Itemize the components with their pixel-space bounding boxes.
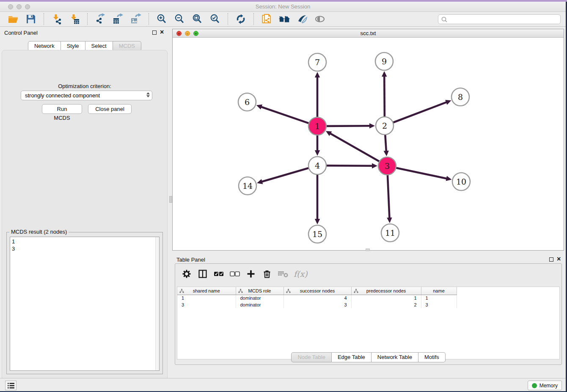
table-panel-title: Table Panel [176,257,205,263]
deselect-all-columns-icon[interactable] [228,268,241,280]
show-hide-icon[interactable] [314,13,326,25]
network-canvas[interactable]: 1234678910111415 [173,38,564,250]
graph-node-6[interactable]: 6 [238,93,256,111]
table-tab-motifs[interactable]: Motifs [418,352,446,362]
mcds-result-textarea[interactable]: 1 3 [10,237,160,371]
toolbar-separator [149,13,149,25]
column-header-name[interactable]: name [421,287,457,295]
export-image-icon[interactable] [130,13,142,25]
table-cell[interactable]: 4 [284,295,351,301]
zoom-in-icon[interactable] [156,13,168,25]
table-cell[interactable]: dominator [236,295,284,301]
graph-node-9[interactable]: 9 [375,52,393,70]
table-header-row: shared nameMCDS rolesuccessor nodesprede… [177,287,457,295]
node-label: 3 [385,161,390,171]
table-cell[interactable]: 2 [351,301,421,308]
mcds-result-scrollbar[interactable] [155,237,159,370]
column-header-predecessor-nodes[interactable]: predecessor nodes [351,287,421,295]
delete-column-icon[interactable] [261,268,273,280]
save-session-icon[interactable] [25,13,37,25]
criterion-select[interactable]: strongly connected component [21,91,152,100]
toolbar-separator [253,13,254,25]
graph-edge-4-3[interactable] [325,163,377,168]
table-tabs: Node TableEdge TableNetwork TableMotifs [175,352,561,362]
import-network-icon[interactable] [51,13,63,25]
style-preview-icon[interactable] [296,13,308,25]
create-column-icon[interactable] [245,268,257,280]
close-panel-button[interactable]: Close panel [88,104,132,114]
graph-edge-3-11[interactable] [387,174,392,223]
refresh-icon[interactable] [235,13,247,25]
graph-edge-1-4[interactable] [315,134,320,156]
table-tab-network-table[interactable]: Network Table [372,352,418,362]
graph-node-1[interactable]: 1 [308,117,326,135]
graph-edge-4-15[interactable] [315,174,320,224]
graph-node-15[interactable]: 15 [308,225,326,243]
float-panel-icon[interactable] [152,30,157,35]
graph-edge-1-7[interactable] [315,72,320,118]
memory-button[interactable]: Memory [528,381,562,390]
status-bar: Memory [0,378,566,391]
table-cell[interactable]: 1 [351,295,421,301]
run-mcds-button[interactable]: Run MCDS [42,104,82,114]
table-cell[interactable]: 3 [177,301,236,308]
graph-node-11[interactable]: 11 [381,224,399,242]
window-title: Session: New Session [0,3,566,10]
table-row[interactable]: 1dominator411 [177,295,457,301]
graph-edge-1-2[interactable] [325,123,375,128]
task-history-button[interactable] [5,381,17,390]
open-session-icon[interactable] [7,13,19,25]
node-table[interactable]: shared nameMCDS rolesuccessor nodesprede… [177,287,560,359]
graph-edge-4-14[interactable] [257,168,310,184]
search-box[interactable] [438,14,561,24]
graph-edge-1-6[interactable] [256,105,310,124]
close-table-panel-icon[interactable]: × [557,255,561,263]
column-header-shared-name[interactable]: shared name [177,287,236,295]
toolbar-separator [87,13,88,25]
splitter-handle[interactable] [169,196,172,203]
table-tab-node-table[interactable]: Node Table [291,352,332,362]
node-label: 15 [312,229,322,239]
graph-node-3[interactable]: 3 [378,157,396,175]
graph-node-4[interactable]: 4 [308,157,326,174]
export-network-icon[interactable] [94,13,106,25]
graph-node-8[interactable]: 8 [451,88,469,106]
mcds-tab-content: Optimization criterion: strongly connect… [2,50,168,380]
select-all-columns-icon[interactable] [212,268,225,280]
table-tab-edge-table[interactable]: Edge Table [332,352,372,362]
canvas-scroll-handle[interactable] [366,248,370,251]
table-cell[interactable]: 3 [284,301,351,308]
graph-node-14[interactable]: 14 [239,177,256,195]
float-table-panel-icon[interactable] [549,257,553,262]
close-panel-icon[interactable]: × [160,28,164,36]
network-file-icon[interactable] [261,13,272,25]
table-frame: f(x) shared nameMCDS rolesuccessor nodes… [175,263,562,365]
home-icon[interactable] [278,13,290,25]
table-row[interactable]: 3dominator323 [177,301,457,308]
graph-edge-2-9[interactable] [382,71,387,118]
graph-edge-3-1[interactable] [326,131,380,162]
show-columns-icon[interactable] [196,268,209,280]
control-panel-header: Control Panel × [0,27,169,38]
graph-node-2[interactable]: 2 [376,117,394,135]
column-header-MCDS-role[interactable]: MCDS role [236,287,284,295]
import-table-icon[interactable] [69,13,80,25]
zoom-out-icon[interactable] [173,13,185,25]
zoom-selected-icon[interactable] [209,13,221,25]
graph-node-7[interactable]: 7 [308,53,326,71]
node-label: 10 [456,177,466,186]
zoom-fit-icon[interactable] [191,13,203,25]
graph-edge-2-3[interactable] [384,134,389,156]
table-cell[interactable]: dominator [236,301,284,308]
search-input[interactable] [448,17,560,22]
table-settings-icon[interactable] [180,268,193,280]
table-cell[interactable]: 1 [177,295,236,301]
graph-node-10[interactable]: 10 [452,173,470,190]
graph-edge-2-8[interactable] [392,100,451,123]
table-cell[interactable]: 3 [421,301,457,308]
column-header-successor-nodes[interactable]: successor nodes [284,287,351,295]
graph-edge-3-10[interactable] [395,168,452,181]
toolbar-separator [44,13,44,25]
table-cell[interactable]: 1 [421,295,457,301]
export-table-icon[interactable] [112,13,124,25]
